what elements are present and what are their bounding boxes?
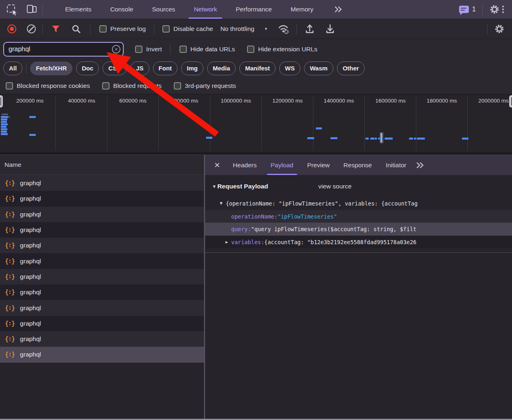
json-braces-icon: {∶}: [5, 195, 15, 202]
more-detail-tabs-icon[interactable]: [413, 155, 428, 175]
tab-elements[interactable]: Elements: [56, 0, 101, 19]
request-row[interactable]: {∶}graphql: [0, 331, 204, 347]
customize-menu-icon[interactable]: [502, 6, 504, 13]
request-payload-section[interactable]: ▼ Request Payload view source: [205, 180, 512, 193]
hide-data-urls-checkbox[interactable]: Hide data URLs: [179, 46, 235, 53]
request-row[interactable]: {∶}graphql: [0, 253, 204, 269]
type-filter-doc[interactable]: Doc: [76, 61, 99, 75]
view-source-link[interactable]: view source: [318, 183, 352, 190]
type-filter-media[interactable]: Media: [207, 61, 236, 75]
request-row[interactable]: {∶}graphql: [0, 222, 204, 238]
timeline-canvas: [0, 94, 512, 155]
timeline-request-bar: [1, 118, 7, 120]
third-party-requests-checkbox[interactable]: 3rd-party requests: [174, 82, 236, 90]
more-tabs-icon[interactable]: [325, 0, 352, 19]
expand-triangle-icon[interactable]: ▼: [220, 201, 223, 206]
network-overview-timeline[interactable]: 200000 ms 400000 ms 600000 ms 800000 ms …: [0, 94, 512, 155]
divider: [487, 24, 488, 34]
request-row-selected[interactable]: {∶}graphql: [0, 347, 204, 362]
close-detail-icon[interactable]: ✕: [214, 161, 220, 170]
expand-triangle-icon[interactable]: ▶: [225, 240, 228, 244]
preserve-log-checkbox[interactable]: Preserve log: [99, 25, 146, 33]
request-row[interactable]: {∶}graphql: [0, 191, 204, 206]
import-har-icon[interactable]: [305, 24, 315, 34]
request-row[interactable]: {∶}graphql: [0, 207, 204, 222]
record-network-log-button[interactable]: [7, 24, 16, 33]
tab-performance[interactable]: Performance: [226, 0, 281, 19]
devtools-tab-bar: Elements Console Sources Network Perform…: [0, 0, 512, 19]
type-filter-manifest[interactable]: Manifest: [239, 61, 276, 75]
clear-network-log-button[interactable]: [27, 24, 36, 33]
type-filter-other[interactable]: Other: [337, 61, 365, 75]
request-row[interactable]: {∶}graphql: [0, 300, 204, 315]
payload-query-line-selected[interactable]: query: "query ipFlowTimeseries($accountT…: [205, 223, 512, 236]
tab-console[interactable]: Console: [101, 0, 143, 19]
settings-gear-icon[interactable]: [489, 4, 500, 15]
divider: [170, 44, 171, 55]
issues-message-icon[interactable]: [459, 6, 469, 13]
request-row[interactable]: {∶}graphql: [0, 316, 204, 331]
blocked-requests-checkbox[interactable]: Blocked requests: [102, 82, 162, 90]
json-braces-icon: {∶}: [5, 335, 15, 343]
payload-operation-name-line[interactable]: operationName: "ipFlowTimeseries": [205, 210, 512, 223]
filter-funnel-icon[interactable]: [51, 24, 61, 34]
clear-filter-icon[interactable]: ✕: [112, 45, 120, 53]
tab-sources[interactable]: Sources: [143, 0, 185, 19]
request-row[interactable]: {∶}graphql: [0, 269, 204, 284]
payload-root-line[interactable]: ▼ {operationName: "ipFlowTimeseries", va…: [205, 197, 512, 210]
export-har-icon[interactable]: [325, 24, 335, 34]
type-filter-js[interactable]: JS: [130, 61, 149, 75]
blocked-response-cookies-checkbox[interactable]: Blocked response cookies: [6, 82, 90, 90]
filter-text-input[interactable]: graphql ✕: [3, 42, 124, 57]
timeline-left-resize-handle[interactable]: [0, 95, 3, 107]
timeline-request-bar: [9, 116, 10, 118]
timeline-request-bar: [29, 116, 36, 118]
type-filter-wasm[interactable]: Wasm: [304, 61, 333, 75]
tab-initiator[interactable]: Initiator: [379, 155, 414, 175]
request-row[interactable]: {∶}graphql: [0, 238, 204, 253]
type-filter-ws[interactable]: WS: [279, 61, 300, 75]
tab-memory[interactable]: Memory: [281, 0, 323, 19]
device-toolbar-icon[interactable]: [26, 4, 37, 15]
network-conditions-icon[interactable]: [278, 24, 290, 34]
tab-payload[interactable]: Payload: [264, 155, 300, 175]
timeline-request-bar: [1, 126, 7, 128]
tab-response[interactable]: Response: [337, 155, 379, 175]
tab-network[interactable]: Network: [184, 0, 226, 19]
type-filter-font[interactable]: Font: [153, 61, 177, 75]
inspect-element-icon[interactable]: [7, 4, 17, 15]
json-braces-icon: {∶}: [5, 211, 15, 218]
tab-preview[interactable]: Preview: [300, 155, 337, 175]
filter-bar: graphql ✕ Invert Hide data URLs Hide ext…: [0, 39, 512, 59]
name-column-header[interactable]: Name: [0, 155, 204, 175]
timeline-request-bar: [417, 138, 425, 140]
request-row[interactable]: {∶}graphql: [0, 284, 204, 300]
timeline-request-bar: [381, 133, 382, 142]
type-filter-css[interactable]: CSS: [103, 61, 127, 75]
network-settings-gear-icon[interactable]: [494, 24, 505, 34]
hide-extension-urls-checkbox[interactable]: Hide extension URLs: [247, 46, 317, 53]
tab-headers[interactable]: Headers: [226, 155, 264, 175]
type-filter-all[interactable]: All: [3, 61, 22, 75]
json-braces-icon: {∶}: [5, 179, 15, 187]
type-filter-img[interactable]: Img: [181, 61, 203, 75]
request-row[interactable]: {∶}graphql: [0, 175, 204, 191]
disable-cache-checkbox[interactable]: Disable cache: [162, 25, 213, 33]
divider: [482, 4, 483, 15]
filter-options-row: Blocked response cookies Blocked request…: [0, 77, 512, 94]
json-braces-icon: {∶}: [5, 273, 15, 280]
type-filter-fetch-xhr[interactable]: Fetch/XHR: [30, 61, 72, 75]
json-braces-icon: {∶}: [5, 226, 15, 234]
divider: [26, 63, 26, 74]
issues-count: 1: [472, 6, 476, 13]
payload-variables-line[interactable]: ▶ variables: {accountTag: "b12e3b2192ee5…: [205, 236, 512, 248]
throttling-dropdown[interactable]: No throttling ▼: [220, 25, 268, 33]
collapse-triangle-icon[interactable]: ▼: [212, 184, 217, 189]
timeline-right-resize-handle[interactable]: [509, 95, 512, 107]
invert-checkbox[interactable]: Invert: [135, 46, 162, 53]
request-list-panel: Name {∶}graphql {∶}graphql {∶}graphql {∶…: [0, 155, 204, 420]
search-icon[interactable]: [71, 24, 81, 34]
panel-tabs: Elements Console Sources Network Perform…: [56, 0, 352, 19]
timeline-request-bar: [365, 138, 369, 140]
payload-panel: ▼ Request Payload view source ▼ {operati…: [205, 175, 512, 420]
